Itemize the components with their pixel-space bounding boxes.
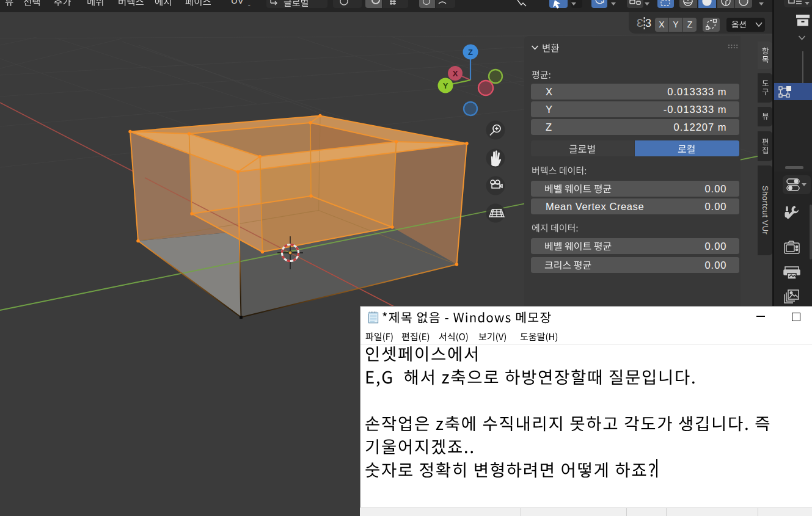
svg-text:X: X bbox=[453, 69, 458, 78]
svg-text:Ɛ: Ɛ bbox=[637, 17, 643, 29]
svg-text:3: 3 bbox=[645, 17, 651, 29]
svg-text:Z: Z bbox=[468, 48, 473, 57]
svg-text:Y: Y bbox=[443, 81, 448, 90]
